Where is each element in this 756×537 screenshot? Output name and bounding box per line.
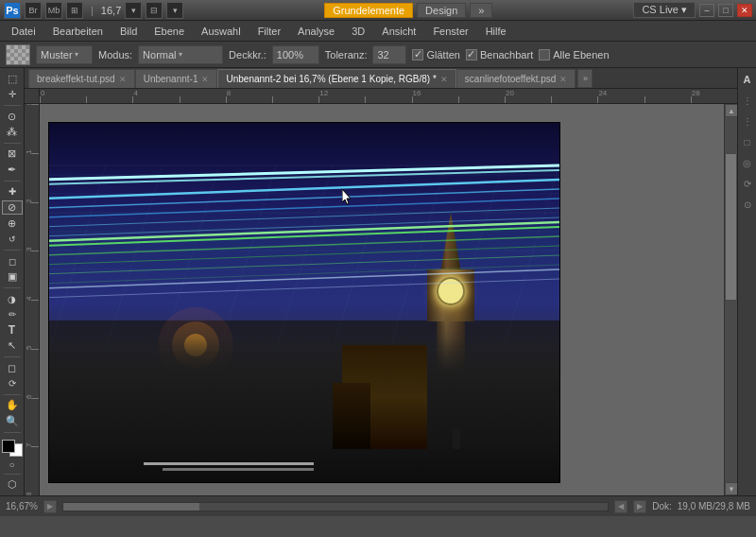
zoom-dropdown[interactable]: ▾	[125, 2, 142, 19]
view3-icon[interactable]: ▾	[166, 2, 183, 19]
rp-btn-6[interactable]: ⊙	[740, 197, 755, 212]
alle-ebenen-checkbox[interactable]: ✓	[539, 49, 550, 61]
glatten-label: Glätten	[426, 49, 459, 61]
tool-eraser[interactable]: ◻	[2, 254, 23, 268]
title-bar: Ps Br Mb ⊞ | 16,7 ▾ ⊟ ▾ Grundelemente De…	[0, 0, 756, 21]
tool-crop[interactable]: ⊠	[2, 147, 23, 162]
rp-btn-1[interactable]: ⋮	[740, 93, 755, 108]
menu-analyse[interactable]: Analyse	[290, 24, 342, 39]
pattern-swatch[interactable]	[6, 44, 30, 65]
tool-wand[interactable]: ⁂	[2, 125, 23, 139]
horizontal-scrollbar[interactable]	[62, 502, 609, 511]
vscroll-track[interactable]	[725, 117, 737, 482]
fg-color-swatch[interactable]	[2, 440, 15, 453]
svg-line-4	[49, 217, 559, 236]
tool-move[interactable]: ✛	[2, 88, 23, 102]
tab-close-icon[interactable]: ✕	[559, 75, 567, 84]
pattern-dropdown[interactable]: Muster ▾	[36, 45, 93, 64]
doc-size: 19,0 MB/29,8 MB	[678, 501, 750, 511]
menu-ansicht[interactable]: Ansicht	[374, 24, 423, 39]
menu-bearbeiten[interactable]: Bearbeiten	[45, 24, 111, 39]
tab-scanline[interactable]: scanlinefotoeffekt.psd ✕	[456, 69, 576, 88]
benachbart-check[interactable]: ✓ Benachbart	[466, 49, 533, 61]
menu-fenster[interactable]: Fenster	[425, 24, 475, 39]
minibr-icon[interactable]: Mb	[45, 2, 62, 19]
menu-bild[interactable]: Bild	[112, 24, 145, 39]
menu-datei[interactable]: Datei	[4, 24, 43, 39]
tool-shape[interactable]: ◻	[2, 361, 23, 375]
tool-heal[interactable]: ✚	[2, 184, 23, 199]
vscroll-down-btn[interactable]: ▼	[725, 482, 737, 495]
minimize-btn[interactable]: –	[699, 4, 714, 17]
photoshop-canvas[interactable]	[49, 123, 559, 482]
bridge-icon[interactable]: Br	[25, 2, 42, 19]
tab-overflow-btn[interactable]: »	[577, 69, 593, 88]
tool-gradient[interactable]: ▣	[2, 270, 23, 285]
benachbart-checkbox[interactable]: ✓	[466, 49, 477, 61]
rp-btn-2[interactable]: ⋮	[740, 113, 755, 129]
tab-close-icon[interactable]: ✕	[440, 75, 448, 84]
close-btn[interactable]: ✕	[737, 4, 752, 17]
more-workspaces-btn[interactable]: »	[470, 3, 492, 18]
design-btn[interactable]: Design	[417, 3, 466, 18]
tab-close-icon[interactable]: ✕	[119, 75, 127, 84]
tool-pen[interactable]: ✏	[2, 307, 23, 321]
deckkr-input[interactable]: 100%	[272, 45, 319, 64]
tool-3d-rotate[interactable]: ⟳	[2, 376, 23, 390]
tool-path-select[interactable]: ↖	[2, 339, 23, 354]
benachbart-label: Benachbart	[480, 49, 533, 61]
tool-separator-7	[4, 394, 21, 395]
tool-hand[interactable]: ✋	[2, 399, 23, 413]
ps-logo: Ps	[4, 2, 21, 19]
tab-bar: breakeffekt-tut.psd ✕ Unbenannt-1 ✕ Unbe…	[25, 68, 737, 89]
rp-text-btn[interactable]: A	[740, 72, 755, 87]
tool-separator-9	[4, 474, 21, 475]
toleranz-input[interactable]: 32	[372, 45, 406, 64]
tab-close-icon[interactable]: ✕	[201, 75, 209, 84]
menu-ebene[interactable]: Ebene	[146, 24, 192, 39]
tool-lasso[interactable]: ⊙	[2, 110, 23, 124]
rp-btn-3[interactable]: □	[740, 134, 755, 149]
tool-separator-6	[4, 356, 21, 357]
view-icon[interactable]: ⊞	[66, 2, 83, 19]
tool-zoom[interactable]: 🔍	[2, 414, 23, 428]
modus-label: Modus:	[98, 49, 132, 61]
tool-stamp[interactable]: ⊕	[2, 217, 23, 231]
cs-live-btn[interactable]: CS Live ▾	[633, 2, 696, 18]
tool-history[interactable]: ↺	[2, 233, 23, 247]
vscroll-up-btn[interactable]: ▲	[725, 104, 737, 117]
maximize-btn[interactable]: □	[718, 4, 733, 17]
vscroll-thumb[interactable]	[726, 154, 736, 300]
menu-hilfe[interactable]: Hilfe	[478, 24, 514, 39]
modus-dropdown[interactable]: Normal ▾	[138, 45, 223, 64]
tab-breakeffekt[interactable]: breakeffekt-tut.psd ✕	[28, 69, 135, 88]
menu-auswahl[interactable]: Auswahl	[194, 24, 249, 39]
glatten-check[interactable]: ✓ Glätten	[412, 49, 459, 61]
glatten-checkbox[interactable]: ✓	[412, 49, 423, 61]
screen-mode-btn[interactable]: ⬡	[2, 477, 23, 492]
tab-unbenannt2[interactable]: Unbenannt-2 bei 16,7% (Ebene 1 Kopie, RG…	[217, 69, 455, 88]
view2-icon[interactable]: ⊟	[146, 2, 163, 19]
tool-brush[interactable]: ⊘	[2, 200, 23, 215]
menu-3d[interactable]: 3D	[344, 24, 372, 39]
quick-mask-btn[interactable]: ○	[8, 460, 17, 470]
hscroll-right-btn[interactable]: ▶	[633, 500, 646, 513]
canvas-row: 012345678	[25, 104, 737, 495]
road	[49, 338, 559, 482]
menu-filter[interactable]: Filter	[250, 24, 288, 39]
tool-marquee[interactable]: ⬚	[2, 72, 23, 86]
tool-eyedropper[interactable]: ✒	[2, 163, 23, 177]
tool-separator-2	[4, 143, 21, 144]
scroll-canvas[interactable]	[40, 104, 724, 495]
tab-unbenannt1[interactable]: Unbenannt-1 ✕	[135, 69, 218, 88]
hscroll-thumb[interactable]	[63, 503, 199, 511]
grundelemente-btn[interactable]: Grundelemente	[324, 3, 413, 18]
alle-ebenen-check[interactable]: ✓ Alle Ebenen	[539, 49, 609, 61]
tool-dodge[interactable]: ◑	[2, 292, 23, 306]
vertical-ruler: 012345678	[25, 104, 40, 495]
hscroll-left-btn[interactable]: ◀	[614, 500, 627, 513]
zoom-status-btn[interactable]: ▶	[43, 500, 57, 513]
tool-type[interactable]: T	[2, 323, 23, 338]
rp-btn-5[interactable]: ⟳	[740, 176, 755, 191]
rp-btn-4[interactable]: ◎	[740, 155, 755, 170]
